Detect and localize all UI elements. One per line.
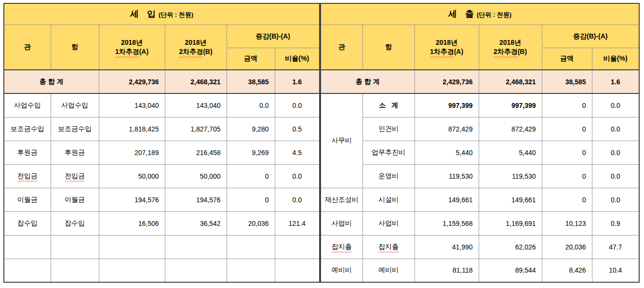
cell-budget-a: 16,506 (99, 211, 165, 235)
cell-budget-a: 207,189 (99, 141, 165, 164)
cell-change-ratio (275, 235, 320, 259)
cell-change-amount: 10,123 (542, 211, 592, 235)
col-header-gwan: 관 (321, 25, 362, 70)
cell-hang: 이월금 (51, 188, 99, 211)
col-header-ratio: 비율(%) (592, 48, 639, 70)
table-row: 잡수입 잡수입 16,506 36,542 20,036 121.4 (4, 211, 320, 235)
cell-change-amount: 38,585 (542, 70, 592, 93)
cell-hang: 잡수입 (51, 211, 99, 235)
unit-label: (단위 : 천원) (477, 11, 511, 18)
cell-change-amount: 0 (542, 93, 592, 117)
cell-hang: 보조금수입 (51, 117, 99, 141)
cell-budget-a: 149,661 (415, 188, 479, 211)
cell-gwan: 보조금수입 (4, 117, 51, 141)
cell-budget-b: 5,440 (479, 141, 542, 164)
cell-change-amount: 38,585 (227, 70, 275, 93)
rev1-label: 1차추경 (115, 48, 139, 55)
col-header-hang: 항 (362, 25, 415, 70)
col-header-budget-b: 2018년 2차추경(B) (165, 25, 227, 70)
cell-change-ratio: 0.0 (275, 93, 320, 117)
year-label: 2018년 (121, 39, 143, 46)
cell-change-ratio: 0.0 (592, 164, 639, 188)
empty-row (4, 235, 320, 259)
table-row: 보조금수입 보조금수입 1,818,425 1,827,705 9,280 0.… (4, 117, 320, 141)
cell-budget-b: 62,026 (479, 235, 542, 259)
cell-budget-b: 872,429 (479, 117, 542, 141)
cell-change-amount: 0 (227, 164, 275, 188)
cell-budget-b: 216,458 (165, 141, 227, 164)
cell-change-ratio: 47.7 (592, 235, 639, 259)
col-header-ratio: 비율(%) (275, 48, 320, 70)
cell-budget-a: 997,399 (415, 93, 479, 117)
rev2-label: 2차추경 (179, 48, 203, 55)
cell-budget-b: 1,827,705 (165, 117, 227, 141)
misspelled-word: 전입금 (65, 172, 85, 180)
cell-gwan-samubi: 사무비 (321, 93, 362, 188)
cell-hang: 전입금 (51, 164, 99, 188)
total-label: 총 합 계 (321, 70, 415, 93)
cell-change-ratio: 4.5 (275, 141, 320, 164)
cell-change-amount: 9,269 (227, 141, 275, 164)
col-header-budget-a: 2018년 1차추경(A) (99, 25, 165, 70)
cell-gwan: 사업비 (321, 211, 362, 235)
cell-change-amount: 9,280 (227, 117, 275, 141)
revenue-title-cell: 세 입(단위 : 천원) (4, 3, 320, 25)
rev2-label: 2차추경 (494, 48, 518, 55)
cell-gwan: 재산조성비 (321, 188, 362, 211)
revenue-header-row-1: 관 항 2018년 1차추경(A) 2018년 2차추경(B) 증감(B)-(A… (4, 25, 320, 48)
cell-budget-a: 5,440 (415, 141, 479, 164)
cell-hang: 후원금 (51, 141, 99, 164)
cell-change-ratio: 0.0 (592, 188, 639, 211)
year-label: 2018년 (185, 39, 206, 46)
cell-budget-a: 1,159,568 (415, 211, 479, 235)
cell-hang (51, 235, 99, 259)
cell-gwan: 후원금 (4, 141, 51, 164)
cell-change-amount: 0 (542, 188, 592, 211)
cell-budget-a: 50,000 (99, 164, 165, 188)
expenditure-title-cell: 세 출(단위 : 천원) (321, 3, 639, 25)
cell-change-amount (227, 235, 275, 259)
cell-budget-a: 143,040 (99, 93, 165, 117)
cell-change-ratio: 0.0 (592, 93, 639, 117)
cell-budget-a: 2,429,736 (99, 70, 165, 93)
misspelled-word: 잡지출 (332, 243, 352, 250)
cell-budget-b: 194,576 (165, 188, 227, 211)
cell-hang: 인건비 (362, 117, 415, 141)
col-header-change: 증감(B)-(A) (227, 25, 320, 48)
cell-budget-b: 2,468,321 (165, 70, 227, 93)
total-label: 총 합 계 (4, 70, 99, 93)
cell-change-ratio: 1.6 (592, 70, 639, 93)
expenditure-table: 세 출(단위 : 천원) 관 항 2018년 1차추경(A) 2018년 2차추… (320, 3, 640, 283)
table-row: 잡지출 잡지출 41,990 62,026 20,036 47.7 (321, 235, 639, 259)
budget-document: 세 입(단위 : 천원) 관 항 2018년 1차추경(A) 2018년 2차추… (0, 0, 644, 283)
unit-label: (단위 : 천원) (159, 11, 193, 18)
table-row-subtotal: 사무비 소 계 997,399 997,399 0 0.0 (321, 93, 639, 117)
cell-budget-b: 89,544 (479, 259, 542, 282)
cell-hang: 시설비 (362, 188, 415, 211)
cell-gwan: 이월금 (4, 188, 51, 211)
revenue-total-row: 총 합 계 2,429,736 2,468,321 38,585 1.6 (4, 70, 320, 93)
cell-budget-b (165, 259, 227, 282)
cell-budget-b (165, 235, 227, 259)
cell-gwan: 잡지출 (321, 235, 362, 259)
cell-budget-a: 1,818,425 (99, 117, 165, 141)
cell-change-ratio: 0.0 (592, 117, 639, 141)
misspelled-word: 잡지출 (378, 243, 399, 250)
table-row: 예비비 예비비 81,118 89,544 8,426 10.4 (321, 259, 639, 282)
cell-change-ratio: 0.0 (275, 164, 320, 188)
table-row: 인건비 872,429 872,429 0 0.0 (321, 117, 639, 141)
cell-hang: 잡지출 (362, 235, 415, 259)
col-header-gwan: 관 (4, 25, 51, 70)
cell-budget-b: 36,542 (165, 211, 227, 235)
table-row: 전입금 전입금 50,000 50,000 0 0.0 (4, 164, 320, 188)
cell-budget-b: 143,040 (165, 93, 227, 117)
cell-gwan (4, 235, 51, 259)
cell-hang: 소 계 (362, 93, 415, 117)
cell-change-amount: 0 (542, 164, 592, 188)
cell-budget-b: 149,661 (479, 188, 542, 211)
cell-change-ratio: 1.6 (275, 70, 320, 93)
empty-row (4, 259, 320, 282)
cell-change-ratio: 0.5 (275, 117, 320, 141)
revenue-title-row: 세 입(단위 : 천원) (4, 3, 320, 25)
cell-change-ratio (275, 259, 320, 282)
